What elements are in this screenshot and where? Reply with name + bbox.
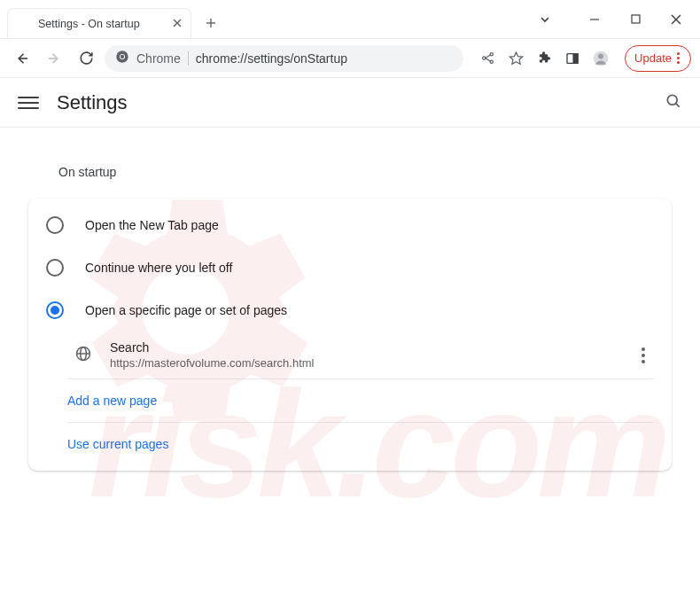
page-url: https://masterofvolume.com/search.html [110,356,615,370]
browser-tab[interactable]: Settings - On startup [7,8,191,38]
page-name: Search [110,340,615,355]
share-icon[interactable] [474,45,501,72]
gear-icon [19,16,31,31]
page-info: Search https://masterofvolume.com/search… [110,340,615,370]
svg-rect-5 [632,15,640,23]
update-label: Update [634,51,672,65]
settings-content: On startup Open the New Tab page Continu… [0,128,700,492]
svg-point-14 [490,53,493,56]
menu-dots-icon [677,52,680,64]
window-titlebar: Settings - On startup [0,0,700,39]
menu-icon[interactable] [18,92,39,113]
window-controls [525,0,700,38]
chrome-logo-icon [115,50,129,66]
svg-point-15 [490,60,493,63]
add-new-page-link[interactable]: Add a new page [67,379,654,423]
url-scheme: Chrome [136,51,181,66]
radio-icon [46,301,64,319]
svg-point-12 [121,55,124,59]
page-menu-button[interactable] [633,342,654,369]
radio-icon [46,216,64,234]
radio-icon [46,259,64,277]
svg-point-21 [598,53,603,59]
option-label: Open the New Tab page [85,218,219,232]
svg-point-13 [482,57,485,59]
settings-header: Settings [0,78,700,128]
extensions-icon[interactable] [531,45,557,72]
bookmark-icon[interactable] [502,45,529,72]
option-specific-pages[interactable]: Open a specific page or set of pages [28,289,672,332]
svg-point-22 [667,95,677,105]
option-new-tab[interactable]: Open the New Tab page [28,204,672,246]
startup-page-row: Search https://masterofvolume.com/search… [67,332,654,379]
back-button[interactable] [9,45,35,72]
startup-pages-list: Search https://masterofvolume.com/search… [67,332,654,465]
side-panel-icon[interactable] [559,45,586,72]
startup-card: Open the New Tab page Continue where you… [28,199,672,471]
option-label: Open a specific page or set of pages [85,303,287,317]
use-current-pages-link[interactable]: Use current pages [67,423,654,465]
globe-icon [74,345,92,366]
profile-icon[interactable] [587,45,614,72]
reload-button[interactable] [73,45,99,72]
forward-button[interactable] [41,45,67,72]
option-label: Continue where you left off [85,261,232,275]
url-path: chrome://settings/onStartup [196,51,347,66]
tab-close-icon[interactable] [173,18,182,30]
address-bar[interactable]: Chrome chrome://settings/onStartup [105,45,463,72]
update-button[interactable]: Update [625,45,691,72]
tab-search-icon[interactable] [525,5,565,34]
tab-title: Settings - On startup [38,18,140,30]
option-continue[interactable]: Continue where you left off [28,246,672,289]
page-title: Settings [57,91,128,114]
browser-toolbar: Chrome chrome://settings/onStartup Updat… [0,39,700,78]
minimize-button[interactable] [574,5,615,34]
svg-line-23 [676,103,680,106]
new-tab-button[interactable] [198,11,223,35]
url-divider [188,51,189,66]
maximize-button[interactable] [615,5,656,34]
search-icon[interactable] [665,92,682,113]
section-title: On startup [58,165,672,179]
close-window-button[interactable] [656,5,696,34]
svg-marker-16 [509,52,522,64]
svg-rect-19 [573,53,578,63]
